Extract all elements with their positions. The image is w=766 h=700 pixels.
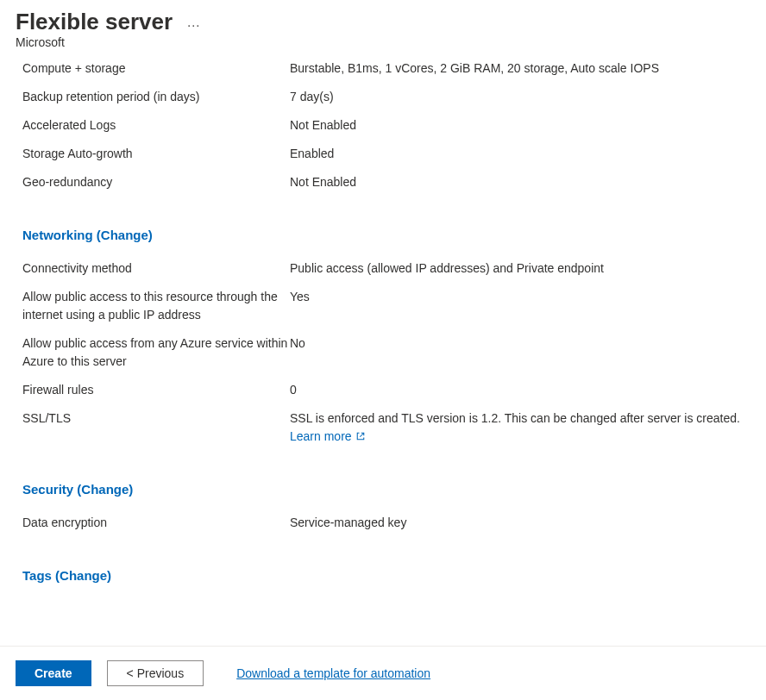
row-value: Service-managed key [290, 514, 750, 532]
row-label: Backup retention period (in days) [22, 88, 290, 106]
page-header: Flexible server … Microsoft [0, 0, 766, 51]
row-label: Firewall rules [22, 381, 290, 399]
row-label: Allow public access to this resource thr… [22, 288, 290, 324]
download-template-link[interactable]: Download a template for automation [236, 666, 430, 680]
ssl-text: SSL is enforced and TLS version is 1.2. … [290, 411, 740, 425]
row-value: Yes [290, 288, 750, 306]
row-label: Geo-redundancy [22, 173, 290, 191]
row-label: Connectivity method [22, 259, 290, 278]
row-value: Not Enabled [290, 173, 750, 191]
footer-bar: Create < Previous Download a template fo… [0, 646, 766, 700]
row-label: Allow public access from any Azure servi… [22, 334, 290, 371]
create-button[interactable]: Create [16, 660, 91, 686]
content-area: Compute + storage Burstable, B1ms, 1 vCo… [0, 51, 766, 583]
page-title: Flexible server [16, 9, 173, 35]
row-label: Storage Auto-growth [22, 145, 290, 163]
row-label: Compute + storage [22, 59, 290, 78]
external-link-icon [355, 431, 366, 441]
row-backup-retention: Backup retention period (in days) 7 day(… [22, 83, 750, 111]
row-public-access-azure: Allow public access from any Azure servi… [22, 329, 750, 376]
row-label: Data encryption [22, 514, 290, 532]
previous-button[interactable]: < Previous [107, 660, 204, 686]
row-public-access-internet: Allow public access to this resource thr… [22, 283, 750, 329]
more-options-icon[interactable]: … [186, 15, 202, 30]
row-label: Accelerated Logs [22, 116, 290, 134]
row-geo-redundancy: Geo-redundancy Not Enabled [22, 168, 750, 197]
row-value: Burstable, B1ms, 1 vCores, 2 GiB RAM, 20… [290, 59, 750, 78]
row-connectivity-method: Connectivity method Public access (allow… [22, 254, 750, 283]
row-value: 0 [290, 381, 750, 399]
learn-more-link[interactable]: Learn more [290, 429, 366, 443]
row-value: 7 day(s) [290, 88, 750, 106]
row-accelerated-logs: Accelerated Logs Not Enabled [22, 111, 750, 140]
section-tags-heading[interactable]: Tags (Change) [22, 568, 750, 583]
row-firewall-rules: Firewall rules 0 [22, 376, 750, 404]
section-networking-heading[interactable]: Networking (Change) [22, 228, 750, 242]
page-subtitle: Microsoft [16, 35, 750, 49]
row-ssl-tls: SSL/TLS SSL is enforced and TLS version … [22, 404, 750, 451]
row-data-encryption: Data encryption Service-managed key [22, 509, 750, 537]
row-storage-autogrowth: Storage Auto-growth Enabled [22, 140, 750, 168]
row-value: SSL is enforced and TLS version is 1.2. … [290, 409, 750, 446]
row-value: No [290, 334, 750, 353]
row-value: Public access (allowed IP addresses) and… [290, 259, 750, 278]
section-security-heading[interactable]: Security (Change) [22, 482, 750, 497]
row-label: SSL/TLS [22, 409, 290, 428]
row-compute-storage: Compute + storage Burstable, B1ms, 1 vCo… [22, 54, 750, 83]
row-value: Not Enabled [290, 116, 750, 134]
row-value: Enabled [290, 145, 750, 163]
